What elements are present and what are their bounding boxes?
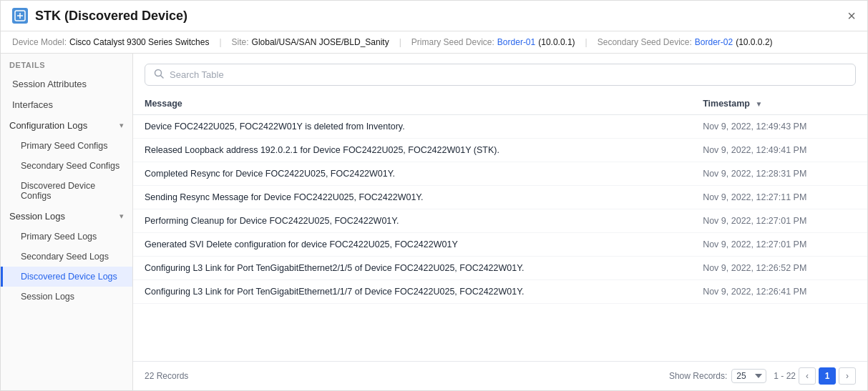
site-value: Global/USA/SAN JOSE/BLD_Sanity <box>252 37 389 47</box>
message-cell: Performing Cleanup for Device FOC2422U02… <box>133 209 691 233</box>
table-row: Completed Resync for Device FOC2422U025,… <box>133 162 867 186</box>
message-cell: Configuring L3 Link for Port TenGigabitE… <box>133 257 691 280</box>
search-bar <box>145 64 856 86</box>
timestamp-cell: Nov 9, 2022, 12:49:41 PM <box>691 139 867 162</box>
device-model-item: Device Model: Cisco Catalyst 9300 Series… <box>12 37 209 47</box>
secondary-seed-name: Border-02 <box>695 37 733 47</box>
show-records: Show Records: 10 25 50 100 <box>669 369 766 383</box>
records-per-page-select[interactable]: 10 25 50 100 <box>731 369 766 383</box>
message-cell: Released Loopback address 192.0.2.1 for … <box>133 139 691 162</box>
timestamp-cell: Nov 9, 2022, 12:27:01 PM <box>691 209 867 233</box>
secondary-seed-ip: (10.0.0.2) <box>736 37 772 47</box>
secondary-seed-item: Secondary Seed Device: Border-02 (10.0.0… <box>598 37 773 47</box>
footer-right: Show Records: 10 25 50 100 1 - 22 ‹ 1 › <box>669 367 856 385</box>
primary-seed-item: Primary Seed Device: Border-01 (10.0.0.1… <box>411 37 575 47</box>
message-cell: Configuring L3 Link for Port TenGigabitE… <box>133 280 691 304</box>
secondary-seed-label: Secondary Seed Device: <box>598 37 692 47</box>
next-page-button[interactable]: › <box>839 367 856 385</box>
search-bar-container <box>133 54 867 93</box>
timestamp-cell: Nov 9, 2022, 12:49:43 PM <box>691 115 867 139</box>
device-model-label: Device Model: <box>12 37 67 47</box>
page-range: 1 - 22 <box>774 371 796 381</box>
page-title: STK (Discovered Device) <box>35 9 187 24</box>
sidebar: DETAILS Session Attributes Interfaces Co… <box>1 54 133 390</box>
content-area: Message Timestamp ▼ Device FOC2422U025, … <box>133 54 867 390</box>
device-model-value: Cisco Catalyst 9300 Series Switches <box>69 37 209 47</box>
current-page[interactable]: 1 <box>819 367 836 385</box>
table-row: Device FOC2422U025, FOC2422W01Y is delet… <box>133 115 867 139</box>
primary-seed-label: Primary Seed Device: <box>411 37 494 47</box>
sidebar-item-primary-seed-configs[interactable]: Primary Seed Configs <box>1 136 132 156</box>
sidebar-item-discovered-device-logs[interactable]: Discovered Device Logs <box>1 267 132 287</box>
table-body: Device FOC2422U025, FOC2422W01Y is delet… <box>133 115 867 304</box>
sidebar-item-interfaces[interactable]: Interfaces <box>1 94 132 115</box>
search-input[interactable] <box>170 69 847 80</box>
site-item: Site: Global/USA/SAN JOSE/BLD_Sanity <box>232 37 389 47</box>
table-row: Configuring L3 Link for Port TenGigabitE… <box>133 257 867 280</box>
table-row: Generated SVI Delete configuration for d… <box>133 233 867 257</box>
app-icon <box>12 8 28 24</box>
details-header: DETAILS <box>1 54 132 74</box>
timestamp-cell: Nov 9, 2022, 12:27:11 PM <box>691 186 867 209</box>
table-container: Message Timestamp ▼ Device FOC2422U025, … <box>133 93 867 361</box>
chevron-down-icon-2: ▾ <box>120 212 124 221</box>
chevron-down-icon: ▾ <box>120 121 124 130</box>
sidebar-item-secondary-seed-logs[interactable]: Secondary Seed Logs <box>1 247 132 267</box>
title-bar: STK (Discovered Device) × <box>1 1 867 31</box>
sidebar-item-discovered-device-configs[interactable]: Discovered Device Configs <box>1 176 132 206</box>
timestamp-cell: Nov 9, 2022, 12:28:31 PM <box>691 162 867 186</box>
logs-table: Message Timestamp ▼ Device FOC2422U025, … <box>133 93 867 304</box>
table-row: Released Loopback address 192.0.2.1 for … <box>133 139 867 162</box>
table-header-row: Message Timestamp ▼ <box>133 93 867 115</box>
sidebar-item-session-attributes[interactable]: Session Attributes <box>1 74 132 94</box>
table-row: Configuring L3 Link for Port TenGigabitE… <box>133 280 867 304</box>
col-message[interactable]: Message <box>133 93 691 115</box>
message-cell: Generated SVI Delete configuration for d… <box>133 233 691 257</box>
sort-icon: ▼ <box>755 100 762 108</box>
separator-2: | <box>399 37 401 47</box>
table-footer: 22 Records Show Records: 10 25 50 100 1 … <box>133 361 867 390</box>
sidebar-group-config-logs[interactable]: Configuration Logs ▾ <box>1 115 132 136</box>
sidebar-group-session-logs[interactable]: Session Logs ▾ <box>1 206 132 227</box>
records-count: 22 Records <box>145 371 188 381</box>
sidebar-item-secondary-seed-configs[interactable]: Secondary Seed Configs <box>1 156 132 176</box>
svg-line-4 <box>161 76 164 79</box>
primary-seed-ip: (10.0.0.1) <box>538 37 575 47</box>
col-timestamp[interactable]: Timestamp ▼ <box>691 93 867 115</box>
sidebar-item-primary-seed-logs[interactable]: Primary Seed Logs <box>1 227 132 247</box>
primary-seed-name: Border-01 <box>497 37 535 47</box>
message-cell: Device FOC2422U025, FOC2422W01Y is delet… <box>133 115 691 139</box>
prev-page-button[interactable]: ‹ <box>799 367 816 385</box>
pagination: 1 - 22 ‹ 1 › <box>774 367 856 385</box>
message-cell: Sending Resync Message for Device FOC242… <box>133 186 691 209</box>
main-layout: DETAILS Session Attributes Interfaces Co… <box>1 54 867 390</box>
timestamp-cell: Nov 9, 2022, 12:26:52 PM <box>691 257 867 280</box>
timestamp-cell: Nov 9, 2022, 12:26:41 PM <box>691 280 867 304</box>
separator-3: | <box>585 37 587 47</box>
site-label: Site: <box>232 37 249 47</box>
sidebar-item-session-logs[interactable]: Session Logs <box>1 287 132 307</box>
message-cell: Completed Resync for Device FOC2422U025,… <box>133 162 691 186</box>
timestamp-cell: Nov 9, 2022, 12:27:01 PM <box>691 233 867 257</box>
device-info-bar: Device Model: Cisco Catalyst 9300 Series… <box>1 31 867 54</box>
table-row: Sending Resync Message for Device FOC242… <box>133 186 867 209</box>
show-records-label: Show Records: <box>669 371 727 381</box>
search-icon <box>154 69 164 81</box>
table-row: Performing Cleanup for Device FOC2422U02… <box>133 209 867 233</box>
separator-1: | <box>219 37 221 47</box>
close-icon[interactable]: × <box>847 9 856 23</box>
